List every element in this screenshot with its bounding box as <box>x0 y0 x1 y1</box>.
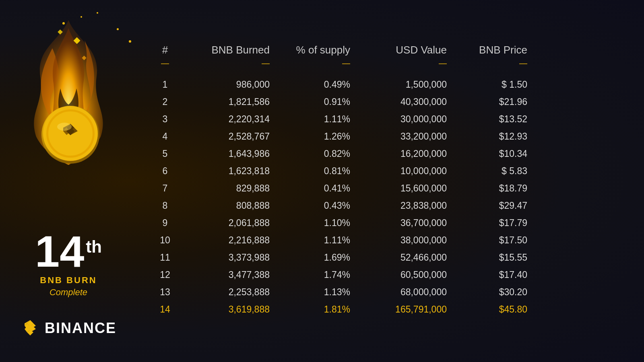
table-cell: 2,253,888 <box>185 286 274 298</box>
header-price: BNB Price <box>451 44 531 56</box>
table-cell: $18.79 <box>451 182 531 195</box>
table-cell: 1.11% <box>274 113 354 125</box>
table-cell: 9 <box>145 217 185 229</box>
right-panel: # BNB Burned % of supply USD Value BNB P… <box>137 0 644 362</box>
table-row: 32,220,3141.11%30,000,000$13.52 <box>145 111 620 128</box>
table-row: 92,061,8881.10%36,700,000$17.79 <box>145 214 620 232</box>
table-cell: 1.81% <box>274 303 354 316</box>
table-cell: 0.81% <box>274 165 354 177</box>
svg-point-13 <box>57 123 72 131</box>
table-cell: $13.52 <box>451 113 531 125</box>
table-cell: $15.55 <box>451 251 531 264</box>
table-row: 113,373,9881.69%52,466,000$15.55 <box>145 249 620 266</box>
table-cell: 11 <box>145 251 185 264</box>
table-cell: 1.11% <box>274 234 354 247</box>
table-cell: 6 <box>145 165 185 177</box>
table-cell: 0.49% <box>274 78 354 91</box>
table-cell: 7 <box>145 182 185 195</box>
table-cell: 36,700,000 <box>354 217 451 229</box>
table-cell: 40,300,000 <box>354 96 451 108</box>
header-usd: USD Value <box>354 44 451 56</box>
table-cell: 165,791,000 <box>354 303 451 316</box>
table-cell: 38,000,000 <box>354 234 451 247</box>
table-cell: $10.34 <box>451 148 531 160</box>
flame-area <box>0 8 137 177</box>
burn-suffix: th <box>86 237 102 257</box>
table-cell: $12.93 <box>451 130 531 143</box>
table-cell: 0.91% <box>274 96 354 108</box>
burn-complete: Complete <box>0 287 137 298</box>
table-header: # BNB Burned % of supply USD Value BNB P… <box>145 44 620 56</box>
table-row: 7829,8880.41%15,600,000$18.79 <box>145 180 620 197</box>
burn-number-display: 14 th <box>0 229 137 274</box>
table-cell: 0.82% <box>274 148 354 160</box>
table-cell: 10,000,000 <box>354 165 451 177</box>
table-cell: 5 <box>145 148 185 160</box>
table-cell: 3,373,988 <box>185 251 274 264</box>
table-cell: 808,888 <box>185 200 274 212</box>
table-cell: 33,200,000 <box>354 130 451 143</box>
table-cell: 1 <box>145 78 185 91</box>
table-cell: 1,623,818 <box>185 165 274 177</box>
table-cell: 15,600,000 <box>354 182 451 195</box>
table-row: 143,619,8881.81%165,791,000$45.80 <box>145 301 620 318</box>
table-cell: 14 <box>145 303 185 316</box>
table-row: 1986,0000.49%1,500,000$ 1.50 <box>145 76 620 93</box>
flame-icon <box>12 16 125 169</box>
table-cell: 0.41% <box>274 182 354 195</box>
table-cell: 1,643,986 <box>185 148 274 160</box>
table-cell: 1.26% <box>274 130 354 143</box>
table-cell: $29.47 <box>451 200 531 212</box>
burn-number: 14 <box>35 229 84 274</box>
table-cell: 2,220,314 <box>185 113 274 125</box>
table-cell: 3 <box>145 113 185 125</box>
data-table: # BNB Burned % of supply USD Value BNB P… <box>145 44 620 318</box>
bnb-burn-info: 14 th BNB BURN Complete <box>0 229 137 298</box>
table-cell: $17.50 <box>451 234 531 247</box>
header-num: # <box>145 44 185 56</box>
div-2: — <box>274 59 354 68</box>
table-row: 61,623,8180.81%10,000,000$ 5.83 <box>145 162 620 180</box>
table-cell: 2,528,767 <box>185 130 274 143</box>
table-cell: $17.79 <box>451 217 531 229</box>
binance-text: BINANCE <box>45 320 116 337</box>
table-row: 102,216,8881.11%38,000,000$17.50 <box>145 232 620 249</box>
table-cell: 829,888 <box>185 182 274 195</box>
div-0: — <box>145 59 185 68</box>
table-cell: 3,477,388 <box>185 269 274 281</box>
table-cell: 1,500,000 <box>354 78 451 91</box>
table-row: 132,253,8881.13%68,000,000$30.20 <box>145 284 620 301</box>
binance-logo: BINANCE <box>0 319 137 338</box>
header-supply: % of supply <box>274 44 354 56</box>
div-1: — <box>185 59 274 68</box>
table-cell: 1.69% <box>274 251 354 264</box>
header-divider: — — — — — <box>145 59 620 68</box>
table-cell: 13 <box>145 286 185 298</box>
table-cell: 52,466,000 <box>354 251 451 264</box>
table-cell: 16,200,000 <box>354 148 451 160</box>
table-cell: 30,000,000 <box>354 113 451 125</box>
binance-icon <box>21 319 40 338</box>
table-row: 123,477,3881.74%60,500,000$17.40 <box>145 266 620 284</box>
table-cell: 23,838,000 <box>354 200 451 212</box>
table-cell: 2,216,888 <box>185 234 274 247</box>
table-cell: $17.40 <box>451 269 531 281</box>
table-cell: 1.13% <box>274 286 354 298</box>
main-container: 14 th BNB BURN Complete BINANCE <box>0 0 644 362</box>
table-cell: $21.96 <box>451 96 531 108</box>
table-cell: 4 <box>145 130 185 143</box>
table-cell: 10 <box>145 234 185 247</box>
table-cell: 12 <box>145 269 185 281</box>
table-cell: 1.10% <box>274 217 354 229</box>
table-cell: 0.43% <box>274 200 354 212</box>
table-cell: 8 <box>145 200 185 212</box>
header-burned: BNB Burned <box>185 44 274 56</box>
table-body: 1986,0000.49%1,500,000$ 1.5021,821,5860.… <box>145 76 620 318</box>
div-4: — <box>451 59 531 68</box>
table-cell: 3,619,888 <box>185 303 274 316</box>
div-3: — <box>354 59 451 68</box>
table-cell: $ 5.83 <box>451 165 531 177</box>
table-cell: $30.20 <box>451 286 531 298</box>
table-cell: 2 <box>145 96 185 108</box>
table-cell: 68,000,000 <box>354 286 451 298</box>
